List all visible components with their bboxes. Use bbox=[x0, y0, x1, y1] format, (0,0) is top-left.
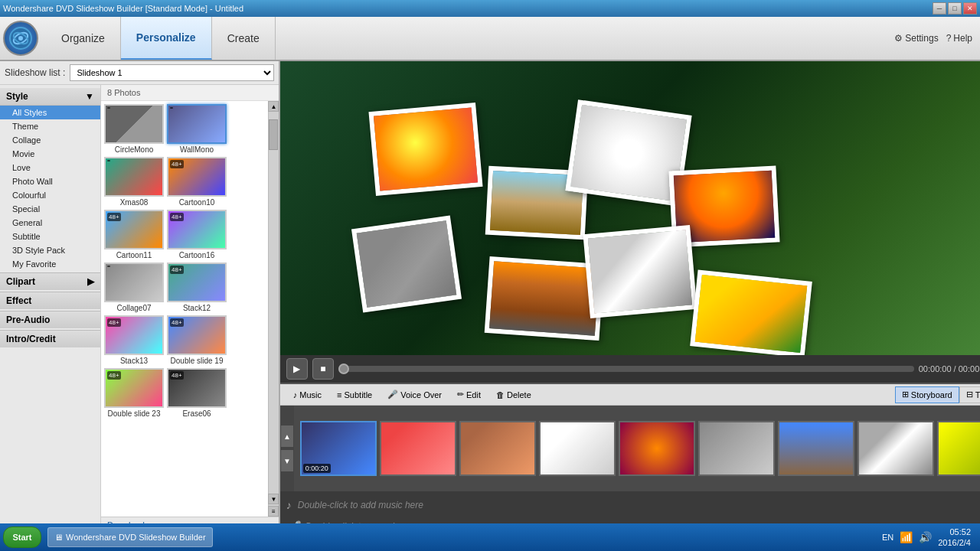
style-thumb-label: Cartoon16 bbox=[179, 251, 215, 259]
sidebar-item-special[interactable]: Special bbox=[0, 202, 100, 216]
app-icon: 🖥 bbox=[54, 533, 63, 542]
sidebar-section-intro-credit[interactable]: Intro/Credit bbox=[0, 330, 100, 347]
scroll-down-arrow[interactable]: ▼ bbox=[268, 494, 279, 504]
nav-column: ▲ ▼ bbox=[280, 406, 294, 491]
storyboard-item-2[interactable] bbox=[459, 421, 536, 476]
sidebar-item-general[interactable]: General bbox=[0, 216, 100, 230]
style-thumb-doubleslide19[interactable]: 48+ Double slide 19 bbox=[167, 315, 227, 365]
network-icon: 📶 bbox=[900, 531, 913, 543]
scroll-thumb[interactable] bbox=[269, 119, 278, 150]
stop-button[interactable]: ■ bbox=[312, 358, 334, 380]
taskbar-items: 🖥 Wondershare DVD Slideshow Builder bbox=[47, 527, 876, 547]
delete-button[interactable]: 🗑 Delete bbox=[489, 386, 538, 403]
sidebar-item-colourful[interactable]: Colourful bbox=[0, 188, 100, 202]
music-row[interactable]: ♪ Double-click to add music here bbox=[280, 494, 980, 516]
tab-create[interactable]: Create bbox=[212, 17, 276, 60]
storyboard-item-4[interactable] bbox=[619, 421, 695, 476]
taskbar-app-item[interactable]: 🖥 Wondershare DVD Slideshow Builder bbox=[47, 527, 213, 547]
style-grid-scrollbar[interactable]: ▲ ▼ ≡ bbox=[268, 101, 279, 517]
close-button[interactable]: ✕ bbox=[963, 2, 977, 15]
storyboard-item-5[interactable] bbox=[698, 421, 775, 476]
tab-personalize[interactable]: Personalize bbox=[121, 17, 212, 60]
style-thumb-doubleslide23[interactable]: 48+ Double slide 23 bbox=[104, 368, 164, 418]
settings-help: ⚙ Settings ? Help bbox=[894, 33, 980, 44]
taskbar: Start 🖥 Wondershare DVD Slideshow Builde… bbox=[0, 523, 980, 551]
storyboard-icon: ⊞ bbox=[902, 390, 909, 399]
right-panel: ▶ ■ 00:00:00 / 00:00:52 4:3 ♪ Music ≡ bbox=[280, 61, 980, 551]
scroll-up-arrow[interactable]: ▲ bbox=[268, 101, 279, 112]
volume-icon: 🔊 bbox=[919, 531, 932, 543]
style-thumb-label: Stack13 bbox=[120, 357, 148, 365]
scroll-track bbox=[268, 112, 279, 494]
sidebar-item-love[interactable]: Love bbox=[0, 161, 100, 174]
play-button[interactable]: ▶ bbox=[286, 358, 308, 380]
style-thumb-collage07[interactable]: Collage07 bbox=[104, 262, 164, 312]
help-button[interactable]: ? Help bbox=[946, 33, 972, 44]
sidebar-section-clipart[interactable]: Clipart ▶ bbox=[0, 272, 100, 290]
main-toolbar: Organize Personalize Create ⚙ Settings ?… bbox=[0, 17, 980, 61]
style-header[interactable]: Style ▼ bbox=[0, 88, 100, 106]
progress-marker[interactable] bbox=[338, 364, 349, 374]
left-panel: Slideshow list : Slideshow 1 Style ▼ All… bbox=[0, 61, 280, 551]
music-icon: ♪ bbox=[293, 390, 298, 399]
titlebar-controls: ─ □ ✕ bbox=[933, 2, 977, 15]
style-thumb-wallmono[interactable]: WallMono bbox=[167, 104, 227, 154]
style-thumb-xmas08[interactable]: Xmas08 bbox=[104, 157, 164, 207]
style-thumb-stack12[interactable]: 48+ Stack12 bbox=[167, 262, 227, 312]
minimize-button[interactable]: ─ bbox=[933, 2, 946, 15]
delete-icon: 🗑 bbox=[496, 390, 505, 399]
edit-button[interactable]: ✏ Edit bbox=[450, 386, 488, 403]
storyboard-item-0[interactable]: 0:00:20 bbox=[300, 421, 377, 476]
slideshow-select[interactable]: Slideshow 1 bbox=[70, 64, 273, 81]
storyboard[interactable]: 0:00:20 bbox=[294, 406, 980, 491]
storyboard-item-6[interactable] bbox=[778, 421, 854, 476]
sidebar-item-theme[interactable]: Theme bbox=[0, 119, 100, 133]
sidebar-item-collage[interactable]: Collage bbox=[0, 133, 100, 147]
style-grid-area: 8 Photos CircleMono bbox=[101, 85, 279, 551]
nav-down-arrow[interactable]: ▼ bbox=[281, 450, 293, 471]
sidebar-item-3d-style-pack[interactable]: 3D Style Pack bbox=[0, 243, 100, 257]
sidebar-item-subtitle[interactable]: Subtitle bbox=[0, 230, 100, 243]
bottom-toolbar: ♪ Music ≡ Subtitle 🎤 Voice Over ✏ Edit 🗑 bbox=[280, 384, 980, 406]
storyboard-item-8[interactable] bbox=[937, 421, 980, 476]
style-thumb-cartoon10[interactable]: 48+ Cartoon10 bbox=[167, 157, 227, 207]
subtitle-icon: ≡ bbox=[337, 390, 341, 399]
style-grid-scroll[interactable]: CircleMono WallMono Xmas08 bbox=[101, 101, 268, 517]
titlebar-title: Wondershare DVD Slideshow Builder [Stand… bbox=[3, 4, 243, 13]
sidebar-item-photo-wall[interactable]: Photo Wall bbox=[0, 174, 100, 188]
view-tabs: ⊞ Storyboard ⊟ Timeline bbox=[895, 386, 980, 403]
preview-photo-tulips bbox=[690, 269, 812, 355]
clipart-arrow-icon: ▶ bbox=[87, 276, 94, 287]
sidebar-section-pre-audio[interactable]: Pre-Audio bbox=[0, 311, 100, 328]
nav-up-arrow[interactable]: ▲ bbox=[281, 425, 293, 447]
timeline-view-button[interactable]: ⊟ Timeline bbox=[959, 386, 980, 403]
storyboard-item-7[interactable] bbox=[858, 421, 934, 476]
sidebar-item-my-favorite[interactable]: My Favorite bbox=[0, 257, 100, 271]
style-thumb-erase06[interactable]: 48+ Erase06 bbox=[167, 368, 227, 418]
maximize-button[interactable]: □ bbox=[948, 2, 962, 15]
style-thumb-cartoon11[interactable]: 48+ Cartoon11 bbox=[104, 210, 164, 259]
progress-bar[interactable] bbox=[338, 366, 914, 372]
expand-button[interactable]: ≡ bbox=[268, 506, 279, 517]
style-thumb-circlemono[interactable]: CircleMono bbox=[104, 104, 164, 154]
storyboard-item-1[interactable] bbox=[380, 421, 456, 476]
style-thumb-label: Cartoon10 bbox=[179, 198, 215, 207]
style-thumb-label: Double slide 19 bbox=[171, 357, 224, 365]
preview-photo-penguins bbox=[583, 225, 697, 318]
settings-button[interactable]: ⚙ Settings bbox=[894, 33, 938, 44]
time-display: 00:00:00 / 00:00:52 bbox=[919, 364, 980, 373]
style-thumb-cartoon16[interactable]: 48+ Cartoon16 bbox=[167, 210, 227, 259]
sidebar-section-effect[interactable]: Effect bbox=[0, 292, 100, 309]
tab-organize[interactable]: Organize bbox=[46, 17, 121, 60]
voice-over-button[interactable]: 🎤 Voice Over bbox=[381, 386, 449, 403]
style-thumb-stack13[interactable]: 48+ Stack13 bbox=[104, 315, 164, 365]
start-button[interactable]: Start bbox=[3, 527, 41, 548]
preview-area bbox=[280, 61, 980, 355]
sidebar-item-all-styles[interactable]: All Styles bbox=[0, 106, 100, 119]
preview-photo-flower bbox=[368, 103, 482, 196]
storyboard-item-3[interactable] bbox=[539, 421, 616, 476]
music-button[interactable]: ♪ Music bbox=[286, 386, 328, 403]
sidebar-item-movie[interactable]: Movie bbox=[0, 147, 100, 161]
subtitle-button[interactable]: ≡ Subtitle bbox=[330, 386, 379, 403]
storyboard-view-button[interactable]: ⊞ Storyboard bbox=[895, 386, 959, 403]
